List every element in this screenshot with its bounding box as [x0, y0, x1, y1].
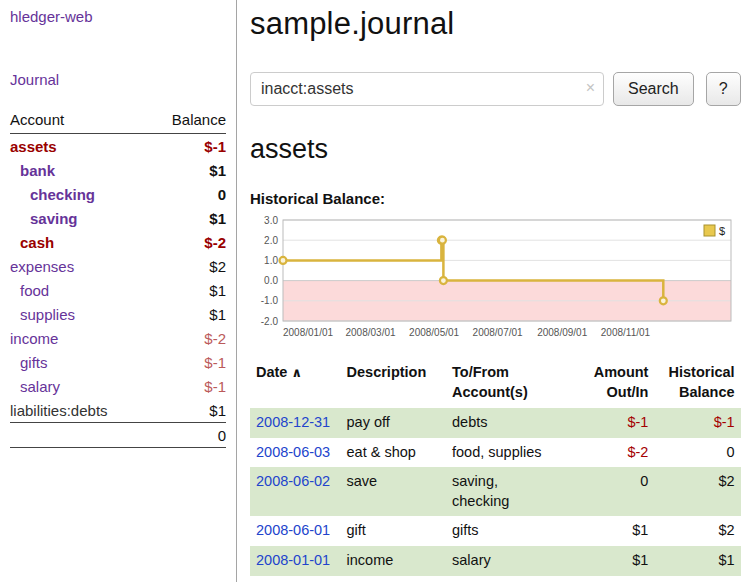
help-button[interactable]: ?	[706, 72, 741, 106]
account-row: saving $1	[10, 206, 226, 230]
accounts-table: Account Balance assets $-1 bank $1 check…	[10, 108, 226, 448]
transaction-date-link[interactable]: 2008-06-03	[250, 438, 341, 468]
transaction-date-link[interactable]: 2008-12-31	[250, 408, 341, 438]
register-header-date[interactable]: Date∧	[250, 361, 341, 408]
register-header-amount: Amount Out/In	[572, 361, 655, 408]
account-row: income $-2	[10, 326, 226, 350]
transaction-amount: $-1	[572, 408, 655, 438]
x-tick-label: 2008/07/01	[473, 327, 523, 338]
account-row: cash $-2	[10, 230, 226, 254]
account-link-bank[interactable]: bank	[10, 158, 149, 182]
app-title-link[interactable]: hledger-web	[10, 8, 226, 25]
account-link-checking[interactable]: checking	[10, 182, 149, 206]
account-link-food[interactable]: food	[10, 278, 149, 302]
accounts-header-row: Account Balance	[10, 108, 226, 134]
transaction-description: save	[341, 467, 446, 516]
page-title: sample.journal	[250, 6, 741, 42]
transaction-balance: $1	[654, 546, 740, 576]
account-balance: $-1	[149, 134, 226, 159]
transaction-row: 2008-06-02 save saving, checking 0 $2	[250, 467, 741, 516]
y-tick-label: 0.0	[264, 275, 278, 286]
account-balance: $1	[149, 206, 226, 230]
accounts-total-balance: 0	[149, 423, 226, 448]
legend-label: $	[719, 225, 725, 237]
account-row: liabilities:debts $1	[10, 398, 226, 423]
search-form: × Search ?	[250, 72, 741, 106]
transaction-balance: $2	[654, 467, 740, 516]
chart-title: Historical Balance:	[250, 190, 741, 207]
legend-swatch	[704, 225, 715, 236]
account-row: assets $-1	[10, 134, 226, 159]
transaction-description: eat & shop	[341, 438, 446, 468]
transaction-description: pay off	[341, 408, 446, 438]
clear-search-icon[interactable]: ×	[586, 79, 595, 97]
data-point-marker	[440, 277, 447, 284]
transaction-row: 2008-01-01 income salary $1 $1	[250, 546, 741, 576]
y-tick-label: 2.0	[264, 235, 278, 246]
accounts-total-spacer	[10, 423, 149, 448]
account-balance: 0	[149, 182, 226, 206]
account-balance: $1	[149, 158, 226, 182]
transaction-row: 2008-06-01 gift gifts $1 $2	[250, 516, 741, 546]
account-balance: $1	[149, 398, 226, 423]
transaction-amount: $1	[572, 516, 655, 546]
y-tick-label: 3.0	[264, 215, 278, 226]
register-header-row: Date∧ Description To/From Account(s) Amo…	[250, 361, 741, 408]
account-heading: assets	[250, 134, 741, 165]
balance-header-line2: Balance	[679, 384, 735, 400]
account-link-income[interactable]: income	[10, 326, 149, 350]
account-balance: $2	[149, 254, 226, 278]
account-link-cash[interactable]: cash	[10, 230, 149, 254]
account-row: salary $-1	[10, 374, 226, 398]
sidebar-item-journal[interactable]: Journal	[10, 71, 226, 88]
transaction-date-link[interactable]: 2008-01-01	[250, 546, 341, 576]
x-tick-label: 2008/09/01	[537, 327, 587, 338]
amount-header-line2: Out/In	[607, 384, 649, 400]
transaction-date-link[interactable]: 2008-06-01	[250, 516, 341, 546]
account-link-gifts[interactable]: gifts	[10, 350, 149, 374]
y-tick-label: -1.0	[261, 295, 279, 306]
amount-header-line1: Amount	[594, 364, 649, 380]
search-input[interactable]	[250, 72, 604, 106]
transaction-accounts: debts	[446, 408, 572, 438]
transaction-date-link[interactable]: 2008-06-02	[250, 467, 341, 516]
register-header-balance: Historical Balance	[654, 361, 740, 408]
x-tick-label: 2008/01/01	[283, 327, 333, 338]
account-link-assets[interactable]: assets	[10, 134, 149, 159]
account-link-expenses[interactable]: expenses	[10, 254, 149, 278]
account-balance: $1	[149, 302, 226, 326]
search-box: ×	[250, 72, 604, 106]
y-tick-label: 1.0	[264, 255, 278, 266]
account-row: bank $1	[10, 158, 226, 182]
data-point-marker	[660, 297, 667, 304]
transaction-accounts: gifts	[446, 516, 572, 546]
data-point-marker	[280, 257, 287, 264]
search-button[interactable]: Search	[613, 72, 694, 106]
account-link-salary[interactable]: salary	[10, 374, 149, 398]
accounts-total-row: 0	[10, 423, 226, 448]
sidebar: hledger-web Journal Account Balance asse…	[0, 0, 237, 582]
main-content: sample.journal × Search ? assets Histori…	[237, 0, 742, 582]
transaction-accounts: saving, checking	[446, 467, 572, 516]
balance-header-line1: Historical	[669, 364, 735, 380]
data-point-marker	[439, 237, 446, 244]
date-header-label: Date	[256, 364, 287, 380]
account-link-saving[interactable]: saving	[10, 206, 149, 230]
transaction-description: gift	[341, 516, 446, 546]
account-link-liabilities-debts[interactable]: liabilities:debts	[10, 398, 149, 423]
register-header-description: Description	[341, 361, 446, 408]
x-tick-label: 2008/11/01	[601, 327, 651, 338]
account-row: food $1	[10, 278, 226, 302]
transaction-balance: 0	[654, 438, 740, 468]
account-row: supplies $1	[10, 302, 226, 326]
account-link-supplies[interactable]: supplies	[10, 302, 149, 326]
transaction-accounts: food, supplies	[446, 438, 572, 468]
account-row: expenses $2	[10, 254, 226, 278]
account-balance: $-2	[149, 230, 226, 254]
account-balance: $1	[149, 278, 226, 302]
y-tick-label: -2.0	[261, 316, 279, 327]
accounts-header-line2: Account(s)	[452, 384, 528, 400]
accounts-header-account: Account	[10, 108, 149, 134]
account-balance: $-1	[149, 374, 226, 398]
x-tick-label: 2008/05/01	[409, 327, 459, 338]
